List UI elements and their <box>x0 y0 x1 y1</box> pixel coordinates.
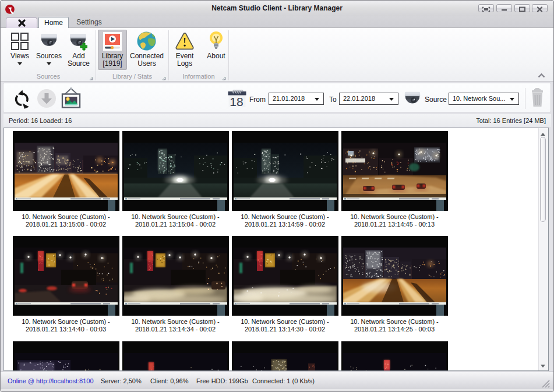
svg-text:18: 18 <box>230 95 243 108</box>
